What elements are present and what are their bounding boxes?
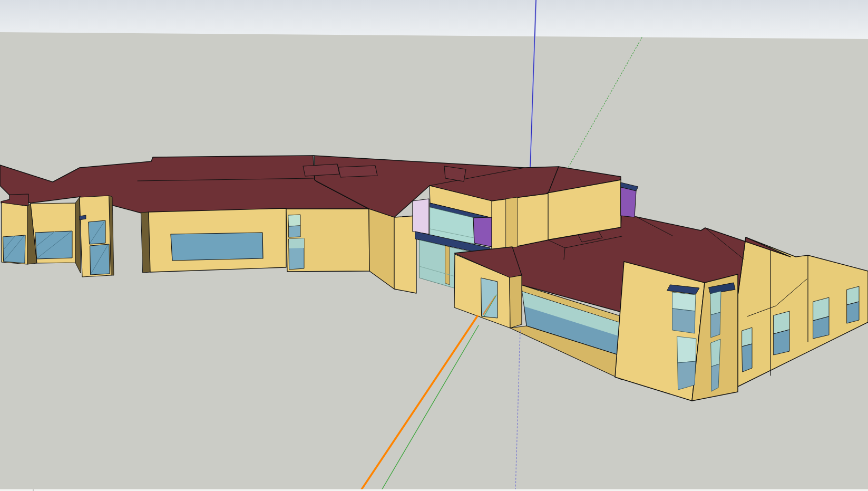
tower-front-window-upper-bottom [672,309,695,333]
centerblock-side-shade [506,197,518,248]
farwall-window2-bottom [774,330,789,355]
farwall-window1-top [742,328,752,346]
farwall-window4-bottom [847,302,859,323]
app-window [0,0,868,491]
statusbar-edge [0,489,868,491]
tower-front-window-lower-bottom [678,361,696,390]
stackblock-navy-lintel [80,215,86,220]
leftblock1-window [3,235,25,263]
tower-side-window-upper-bottom [711,312,720,338]
viewport-canvas[interactable] [0,0,868,491]
recessed-window-upper-top [288,215,300,226]
rooftop-box-1 [303,164,339,176]
recessed-window-lower-light [289,238,304,248]
tower-front-window-upper-top [672,292,696,311]
accent-lavender-panel [413,199,429,234]
tower-side-window-upper-top [710,291,721,315]
recessed-window-upper-bottom [289,226,300,237]
tower-side-window-lower-bottom [711,364,719,391]
longwall-big-window [171,233,263,261]
tower-side-window-lower-top [711,339,720,367]
accent-purple-panel-east [621,187,636,217]
doorblock-side-wall [510,275,522,328]
rooftop-box-2 [338,166,377,177]
tower-front-window-lower-top [677,336,696,363]
entrance-glass-mullion [445,246,450,285]
accent-purple-panel [473,217,492,247]
farwall-window1-bottom [742,344,752,372]
